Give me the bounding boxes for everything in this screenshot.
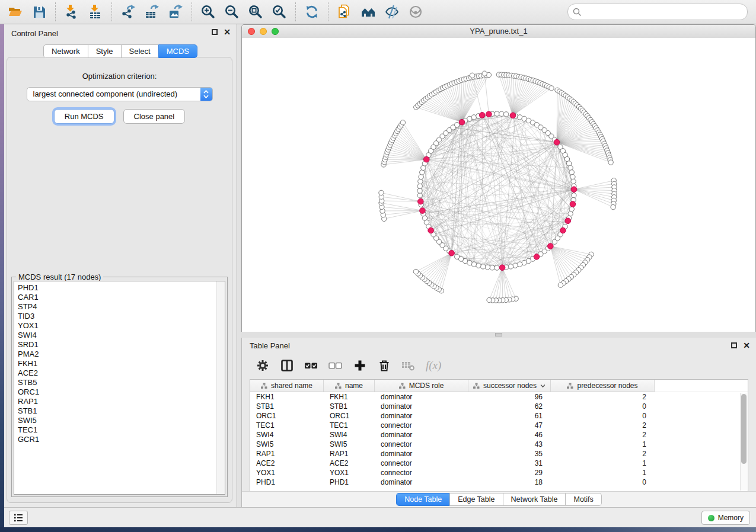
mcds-list-scrollbar[interactable] [216, 281, 225, 494]
mcds-hub-node[interactable] [418, 198, 424, 204]
table-cell[interactable]: STB1 [324, 402, 375, 411]
show-panel-list-button[interactable] [9, 511, 28, 525]
mcds-hub-node[interactable] [534, 254, 540, 260]
tab-node-table[interactable]: Node Table [396, 493, 449, 506]
mcds-result-item[interactable]: STP4 [14, 302, 216, 312]
save-session-button[interactable] [27, 1, 51, 23]
mcds-hub-node[interactable] [479, 113, 485, 118]
mcds-hub-node[interactable] [459, 119, 465, 125]
mcds-result-item[interactable]: SRD1 [14, 340, 216, 350]
network-node[interactable] [418, 179, 423, 184]
table-cell[interactable]: 62 [468, 402, 551, 411]
table-cell[interactable]: TEC1 [250, 421, 324, 430]
table-cell[interactable]: 35 [468, 449, 551, 459]
table-row[interactable]: SWI5SWI5connector431 [250, 440, 748, 449]
table-cell[interactable]: FKH1 [250, 392, 324, 402]
delete-column-button[interactable] [377, 358, 391, 373]
mcds-result-item[interactable]: PHD1 [14, 283, 216, 293]
table-cell[interactable]: TEC1 [324, 421, 375, 430]
mcds-hub-node[interactable] [499, 265, 505, 271]
mcds-result-item[interactable]: ACE2 [14, 368, 216, 378]
export-table-button[interactable] [140, 1, 164, 23]
network-node[interactable] [420, 170, 425, 175]
network-node[interactable] [495, 265, 499, 270]
table-cell[interactable]: dominator [375, 430, 468, 440]
network-node[interactable] [417, 193, 422, 198]
tab-mcds[interactable]: MCDS [158, 44, 197, 58]
network-node[interactable] [569, 170, 574, 175]
table-cell[interactable]: 31 [468, 459, 551, 468]
network-node[interactable] [490, 265, 495, 270]
table-row[interactable]: SWI4SWI4dominator462 [250, 430, 748, 440]
network-node[interactable] [569, 207, 574, 211]
zoom-fit-button[interactable] [244, 1, 267, 23]
mcds-hub-node[interactable] [510, 113, 516, 118]
network-node[interactable] [480, 264, 485, 269]
table-cell[interactable]: 0 [551, 402, 655, 411]
network-node[interactable] [572, 193, 576, 198]
mcds-hub-node[interactable] [560, 227, 566, 233]
table-cell[interactable]: ACE2 [324, 459, 375, 468]
column-header[interactable]: name [324, 380, 375, 392]
table-cell[interactable]: YOX1 [324, 468, 375, 477]
table-cell[interactable]: SWI4 [250, 430, 324, 440]
table-cell[interactable]: connector [375, 459, 468, 468]
close-table-panel-icon[interactable]: ✕ [743, 342, 750, 348]
float-table-panel-icon[interactable] [731, 342, 737, 348]
table-cell[interactable]: 0 [551, 411, 655, 421]
table-cell[interactable]: 2 [551, 421, 655, 430]
table-cell[interactable]: connector [375, 421, 468, 430]
table-scrollbar[interactable] [740, 393, 747, 491]
table-row[interactable]: RAP1RAP1dominator352 [250, 449, 748, 459]
striped-eye-button[interactable] [380, 1, 404, 23]
zoom-selected-button[interactable] [267, 1, 291, 23]
mcds-result-item[interactable]: YOX1 [14, 321, 216, 331]
table-cell[interactable]: SWI5 [250, 440, 324, 449]
tab-select[interactable]: Select [121, 44, 158, 58]
network-node[interactable] [419, 174, 423, 179]
table-cell[interactable]: 0 [551, 477, 655, 487]
network-node[interactable] [471, 115, 476, 120]
network-node[interactable] [476, 263, 481, 268]
network-node[interactable] [508, 264, 513, 269]
import-table-button[interactable] [84, 1, 107, 23]
mcds-result-item[interactable]: CAR1 [14, 293, 216, 302]
mcds-hub-node[interactable] [486, 111, 492, 117]
network-canvas[interactable] [242, 38, 755, 332]
network-window-titlebar[interactable]: YPA_prune.txt_1 [242, 25, 755, 39]
splitter-handle-icon[interactable] [495, 333, 502, 336]
network-node[interactable] [513, 263, 518, 268]
network-node[interactable] [417, 184, 422, 188]
add-column-button[interactable] [353, 358, 367, 373]
network-node[interactable] [570, 174, 575, 179]
select-all-button[interactable] [304, 358, 318, 373]
table-cell[interactable]: connector [375, 468, 468, 477]
table-settings-button[interactable] [256, 358, 270, 373]
table-row[interactable]: STB1STB1dominator620 [250, 402, 748, 411]
table-cell[interactable]: RAP1 [324, 449, 375, 459]
column-header[interactable]: MCDS role [375, 380, 468, 392]
refresh-button[interactable] [300, 1, 324, 23]
mcds-result-item[interactable]: ORC1 [14, 387, 216, 397]
table-scrollbar-thumb[interactable] [741, 394, 747, 464]
search-box[interactable] [567, 4, 748, 20]
mcds-result-item[interactable]: FKH1 [14, 359, 216, 368]
mcds-hub-node[interactable] [570, 201, 576, 207]
close-panel-button[interactable]: Close panel [123, 109, 186, 124]
search-input[interactable] [585, 7, 742, 17]
show-column-panel-button[interactable] [280, 358, 294, 373]
mcds-hub-node[interactable] [565, 218, 571, 224]
table-cell[interactable]: dominator [375, 402, 468, 411]
table-cell[interactable]: 2 [551, 430, 655, 440]
table-cell[interactable]: 61 [468, 411, 551, 421]
table-cell[interactable]: 46 [468, 430, 551, 440]
node-table[interactable]: shared namenameMCDS rolesuccessor nodesp… [250, 379, 748, 492]
table-cell[interactable]: PHD1 [324, 477, 375, 487]
mcds-result-item[interactable]: GCR1 [14, 435, 216, 444]
export-image-button[interactable] [164, 1, 187, 23]
houses-button[interactable] [356, 1, 380, 23]
table-cell[interactable]: dominator [375, 392, 468, 402]
mcds-result-item[interactable]: SWI4 [14, 331, 216, 340]
column-header[interactable]: shared name [250, 380, 324, 392]
tab-network[interactable]: Network [43, 44, 88, 58]
